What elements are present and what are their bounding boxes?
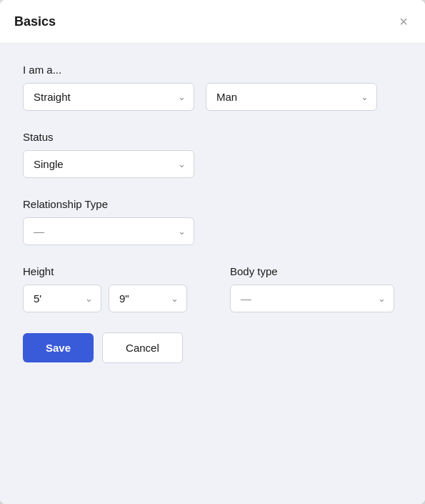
orientation-gender-label: I am a... [23, 64, 402, 76]
height-body-row: Height 4' 5' 6' 7' ⌄ 0" [23, 265, 402, 312]
modal: Basics × I am a... Straight Gay Bisexual… [0, 0, 425, 504]
body-type-select[interactable]: — Slim Athletic Average Curvy Full figur… [230, 285, 394, 312]
relationship-type-select-wrapper: — Monogamy Polygamy Open relationship ⌄ [23, 217, 194, 245]
height-label: Height [23, 265, 187, 277]
body-type-group: Body type — Slim Athletic Average Curvy … [230, 265, 394, 312]
height-in-select-wrapper: 0" 1" 2" 3" 4" 5" 6" 7" 8" 9" 10" 11" [109, 285, 187, 312]
orientation-gender-row: Straight Gay Bisexual Other ⌄ Man Woman … [23, 83, 402, 111]
relationship-type-group: Relationship Type — Monogamy Polygamy Op… [23, 198, 402, 245]
body-type-select-wrapper: — Slim Athletic Average Curvy Full figur… [230, 285, 394, 312]
orientation-select[interactable]: Straight Gay Bisexual Other [23, 83, 194, 111]
orientation-select-wrapper: Straight Gay Bisexual Other ⌄ [23, 83, 194, 111]
height-in-select[interactable]: 0" 1" 2" 3" 4" 5" 6" 7" 8" 9" 10" 11" [109, 285, 187, 312]
height-ft-select[interactable]: 4' 5' 6' 7' [23, 285, 101, 312]
modal-title: Basics [14, 14, 56, 29]
orientation-gender-group: I am a... Straight Gay Bisexual Other ⌄ … [23, 64, 402, 111]
height-ft-select-wrapper: 4' 5' 6' 7' ⌄ [23, 285, 101, 312]
save-button[interactable]: Save [23, 333, 94, 362]
actions-row: Save Cancel [23, 332, 402, 363]
gender-select-wrapper: Man Woman Non-binary Other ⌄ [206, 83, 377, 111]
modal-header: Basics × [0, 0, 425, 44]
relationship-type-label: Relationship Type [23, 198, 402, 210]
status-label: Status [23, 131, 402, 143]
cancel-button[interactable]: Cancel [102, 332, 183, 363]
modal-body: I am a... Straight Gay Bisexual Other ⌄ … [0, 44, 425, 504]
status-select[interactable]: Single Married Divorced Widowed Separate… [23, 150, 194, 178]
relationship-type-select[interactable]: — Monogamy Polygamy Open relationship [23, 217, 194, 245]
close-button[interactable]: × [396, 11, 411, 31]
height-inputs: 4' 5' 6' 7' ⌄ 0" 1" 2" 3" 4" [23, 285, 187, 312]
status-group: Status Single Married Divorced Widowed S… [23, 131, 402, 178]
status-select-wrapper: Single Married Divorced Widowed Separate… [23, 150, 194, 178]
close-icon: × [399, 14, 408, 29]
gender-select[interactable]: Man Woman Non-binary Other [206, 83, 377, 111]
height-group: Height 4' 5' 6' 7' ⌄ 0" [23, 265, 187, 312]
body-type-label: Body type [230, 265, 394, 277]
